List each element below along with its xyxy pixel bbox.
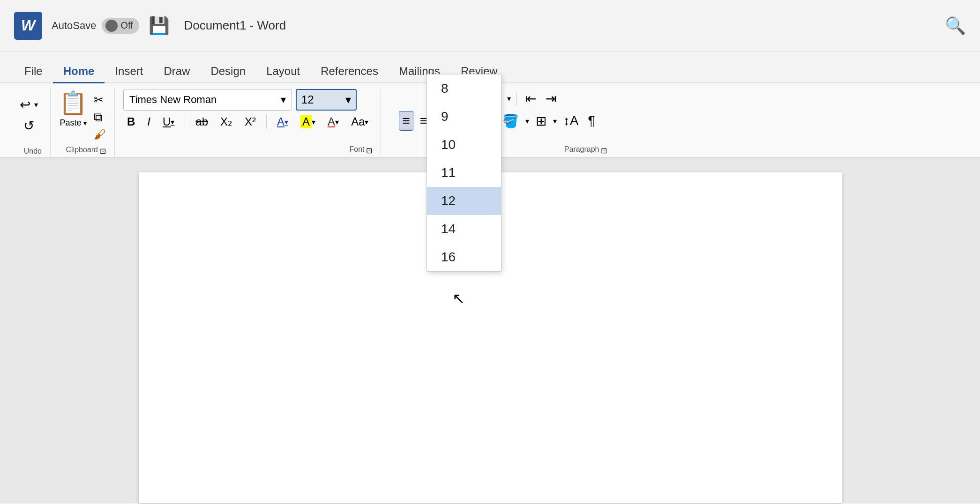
undo-button[interactable]: ↩ ▾ [16,95,42,114]
cut-icon[interactable]: ✂ [94,93,106,107]
redo-button[interactable]: ↺ [20,116,38,135]
search-icon[interactable]: 🔍 [945,16,966,36]
paste-icon: 📋 [59,90,87,116]
size-option-10[interactable]: 10 [427,131,501,159]
menu-item-draw[interactable]: Draw [153,60,200,82]
undo-group-label: Undo [24,147,42,157]
borders-chevron-icon[interactable]: ▾ [553,117,557,126]
undo-chevron-icon: ▾ [34,100,38,109]
title-bar: W AutoSave Off 💾 Document1 - Word 🔍 [0,0,980,52]
paste-chevron-icon: ▾ [83,119,87,127]
highlight-icon: A [300,115,312,128]
paragraph-group-label: Paragraph [564,145,599,156]
increase-indent-button[interactable]: ⇥ [543,89,559,108]
font-family-value: Times New Roman [129,94,217,106]
font-size-dropdown: 8 9 10 11 12 14 16 [426,74,501,272]
underline-button[interactable]: U ▾ [159,113,178,130]
undo-arrow-icon: ↩ [20,97,30,112]
redo-arrow-icon: ↺ [23,118,34,133]
undo-group: ↩ ▾ ↺ Undo [7,87,51,157]
size-option-16[interactable]: 16 [427,243,501,271]
font-row1: Times New Roman ▾ 12 ▾ [123,89,357,111]
font-underline-color-chevron-icon: ▾ [335,118,339,126]
font-group: Times New Roman ▾ 12 ▾ B I U ▾ ab X₂ X² [115,87,381,157]
align-left-button[interactable]: ≡ [399,111,413,131]
subscript-button[interactable]: X₂ [217,113,236,130]
divider [185,115,185,129]
highlight-button[interactable]: A ▾ [297,113,319,130]
sort-button[interactable]: ↕A [561,111,582,130]
divider2 [266,115,267,129]
shading-button[interactable]: 🪣 [500,111,522,131]
menu-item-file[interactable]: File [14,60,53,82]
clipboard-expand-icon[interactable]: ⊡ [100,147,106,156]
borders-button[interactable]: ⊞ [533,111,549,131]
underline-chevron-icon: ▾ [171,118,174,126]
word-logo: W [14,12,42,40]
font-family-chevron-icon: ▾ [281,94,286,106]
font-expand-icon[interactable]: ⊡ [366,146,372,155]
menu-item-insert[interactable]: Insert [105,60,153,82]
shading-chevron-icon[interactable]: ▾ [525,117,529,126]
change-case-chevron-icon: ▾ [365,118,368,126]
font-underline-icon: A [328,115,335,128]
superscript-button[interactable]: X² [241,113,260,130]
format-painter-icon[interactable]: 🖌 [94,127,106,142]
font-size-chevron-icon: ▾ [345,93,351,106]
clipboard-group: 📋 Paste ▾ ✂ ⧉ 🖌 Clipboard ⊡ [51,87,115,157]
save-button[interactable]: 💾 [149,16,170,36]
show-marks-button[interactable]: ¶ [585,111,598,130]
menu-item-layout[interactable]: Layout [256,60,310,82]
document-title: Document1 - Word [184,18,286,33]
copy-icon[interactable]: ⧉ [94,110,106,125]
menu-item-references[interactable]: References [310,60,389,82]
font-size-select[interactable]: 12 ▾ [296,89,357,111]
bold-button[interactable]: B [123,113,139,130]
toggle-label: Off [120,20,133,31]
font-row2: B I U ▾ ab X₂ X² A ▾ A ▾ A [123,113,372,130]
paragraph-expand-icon[interactable]: ⊡ [601,146,607,155]
font-group-label: Font [349,145,364,156]
paste-label: Paste [60,118,81,128]
size-option-11[interactable]: 11 [427,159,501,187]
strikethrough-button[interactable]: ab [192,113,212,130]
autosave-toggle[interactable]: Off [102,18,139,34]
paste-button[interactable]: 📋 Paste ▾ [59,90,87,128]
italic-button[interactable]: I [143,113,154,130]
font-color-chevron-icon: ▾ [284,118,288,126]
para-divider1 [516,92,517,106]
autosave-area: AutoSave Off [52,18,139,34]
font-color-button[interactable]: A ▾ [273,113,292,130]
change-case-button[interactable]: Aa ▾ [347,113,372,130]
size-option-14[interactable]: 14 [427,215,501,243]
size-option-9[interactable]: 9 [427,103,501,131]
font-underline-color-button[interactable]: A ▾ [324,113,343,130]
toggle-circle [105,20,118,32]
size-option-8[interactable]: 8 [427,74,501,103]
clipboard-icons: ✂ ⧉ 🖌 [94,90,106,142]
multilevel-chevron-icon[interactable]: ▾ [507,94,511,103]
font-size-value: 12 [301,93,314,106]
decrease-indent-button[interactable]: ⇤ [523,89,539,108]
menu-item-home[interactable]: Home [53,60,105,82]
font-family-select[interactable]: Times New Roman ▾ [123,89,292,111]
menu-item-design[interactable]: Design [200,60,256,82]
highlight-chevron-icon: ▾ [312,118,315,126]
autosave-label: AutoSave [52,20,96,32]
clipboard-group-label: Clipboard [66,146,98,156]
size-option-12[interactable]: 12 [427,187,501,215]
